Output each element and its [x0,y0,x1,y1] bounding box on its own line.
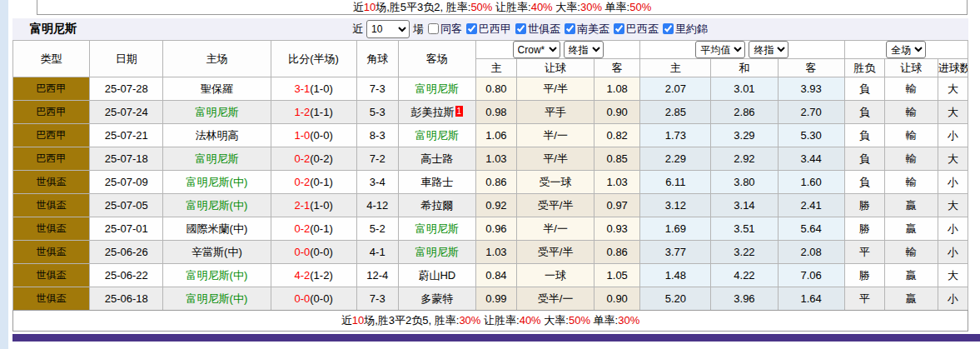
league-checkbox-label: 巴西甲 [479,22,511,37]
league-checkbox[interactable] [663,23,674,34]
euro-away-odds-cell: 1.60 [778,171,844,194]
league-checkbox[interactable] [466,23,477,34]
away-team-cell: 富明尼斯 [398,77,475,101]
europe-odds-type-select[interactable]: 平均值 [695,41,745,58]
col-header-type: 类型 [13,41,90,77]
goals-result-cell: 小 [938,217,968,241]
stat-text-segment: 单率: [602,1,629,13]
date-cell: 25-07-21 [90,124,163,147]
fulltime-score: 0-2 [294,222,310,235]
halftime-score: (0-1) [310,176,332,188]
match-row: 世俱盃25-06-22富明尼斯(中)4-2(1-2)12-4蔚山HD0.84一球… [13,264,968,287]
col-header-result: 胜负 [844,59,884,77]
home-team-name: 法林明高 [195,129,238,142]
euro-draw-odds-cell: 2.92 [711,147,778,171]
asia-handicap-cell: 半/一 [517,217,594,241]
goals-result-cell: 大 [938,264,968,287]
halftime-score: (0-0) [310,292,332,305]
euro-away-odds-cell: 7.06 [778,264,844,287]
league-filter-checkboxes: 同客巴西甲世俱盃南美盃巴西盃里約錦 [424,22,708,37]
asia-away-odds-cell: 0.93 [594,217,640,241]
scope-select[interactable]: 全场 [886,41,926,58]
away-team-cell: 富明尼斯 [398,124,475,147]
score-cell: 1-0(0-0) [271,124,356,147]
europe-odds-time-select[interactable]: 终指 [749,41,788,58]
col-header-away: 客场 [398,41,475,77]
halftime-score: (0-1) [310,222,332,235]
asia-home-odds-cell: 0.99 [475,287,516,311]
match-row: 世俱盃25-07-01國際米蘭(中)0-2(0-1)5-2富明尼斯0.96半/一… [13,217,968,241]
main-content: 近10场,胜5平3负2, 胜率:50% 让胜率:40% 大率:30% 单率:50… [12,0,968,342]
euro-away-odds-cell: 2.08 [778,241,844,264]
home-team-cell: 富明尼斯(中) [163,171,271,194]
score-cell: 1-2(1-1) [271,101,356,124]
col-header-corner: 角球 [356,41,398,77]
asia-home-odds-cell: 0.96 [475,217,516,241]
league-checkbox[interactable] [614,23,624,34]
corner-cell: 3-4 [356,171,398,194]
halftime-score: (0-0) [310,129,332,142]
near-label: 近 [352,22,363,37]
league-checkbox[interactable] [428,23,439,34]
fulltime-score: 2-1 [294,199,310,212]
asia-handicap-cell: 受平/半 [517,241,594,264]
euro-home-odds-cell: 3.12 [640,194,711,217]
match-row: 巴西甲25-07-24富明尼斯1-2(1-1)5-3彭美拉斯10.98平手0.9… [13,101,968,124]
away-team-cell: 希拉爾 [398,194,475,217]
stat-text-segment: 50% [629,1,651,13]
match-row: 世俱盃25-06-18富明尼斯(中)0-0(0-0)7-3多蒙特0.99受半/一… [13,287,968,311]
result-cell: 勝 [844,194,884,217]
handicap-result-cell: 贏 [884,287,938,311]
euro-draw-odds-cell: 3.22 [711,241,778,264]
away-team-cell: 蔚山HD [398,264,475,287]
asia-odds-time-select[interactable]: 终指 [564,41,604,58]
halftime-score: (1-0) [310,199,332,212]
league-checkbox-label: 里約錦 [675,22,708,37]
euro-draw-odds-cell: 3.14 [711,194,778,217]
stat-text-segment: 50% [470,1,492,13]
recent-games-select[interactable]: 10 [366,20,410,38]
asia-home-odds-cell: 1.06 [475,124,516,147]
league-checkbox-label: 同客 [440,22,462,37]
corner-cell: 12-4 [356,264,398,287]
corner-cell: 5-3 [356,101,398,124]
handicap-result-cell: 贏 [884,264,938,287]
euro-home-odds-cell: 2.85 [640,101,711,124]
filter-checkbox-item: 世俱盃 [511,22,560,37]
asia-away-odds-cell: 1.08 [594,77,640,101]
home-team-cell: 富明尼斯 [163,101,271,124]
asia-odds-select-group: Crow*终指 [475,41,639,59]
away-team-cell: 多蒙特 [398,287,475,311]
away-team-cell: 彭美拉斯1 [398,101,475,124]
score-cell: 0-2(0-2) [271,147,356,171]
away-team-name: 富明尼斯 [415,129,459,142]
home-team-name: 富明尼斯(中) [187,292,248,305]
asia-away-odds-cell: 0.97 [594,194,640,217]
col-header-asia-handicap: 让球 [517,59,594,77]
stat-text-segment: 近 [353,1,364,13]
left-sidebar-strip [0,0,8,349]
scope-select-group: 全场 [844,41,968,59]
handicap-result-cell: 贏 [884,194,938,217]
asia-away-odds-cell: 0.86 [594,241,640,264]
corner-cell: 4-12 [356,194,398,217]
asia-handicap-cell: 一球 [517,264,594,287]
league-checkbox[interactable] [515,23,526,34]
halftime-score: (0-2) [310,152,332,165]
home-team-name: 富明尼斯 [195,106,238,118]
home-team-cell: 辛當斯(中) [163,241,271,264]
col-header-goals: 进球数 [938,59,968,77]
match-row: 巴西甲25-07-18富明尼斯0-2(0-2)7-2高士路1.03平/半0.85… [13,147,968,171]
corner-cell: 7-3 [356,287,398,311]
col-header-home: 主场 [163,41,271,77]
date-cell: 25-07-05 [90,194,163,217]
home-team-cell: 國際米蘭(中) [163,217,271,241]
odds-source-select[interactable]: Crow* [513,41,560,58]
fulltime-score: 3-1 [294,82,310,95]
away-team-name: 多蒙特 [420,292,453,305]
goals-result-cell: 小 [938,287,968,311]
league-checkbox[interactable] [565,23,575,34]
col-header-euro-home: 主 [640,59,711,77]
euro-draw-odds-cell: 3.96 [711,287,778,311]
league-cell: 世俱盃 [13,217,90,241]
